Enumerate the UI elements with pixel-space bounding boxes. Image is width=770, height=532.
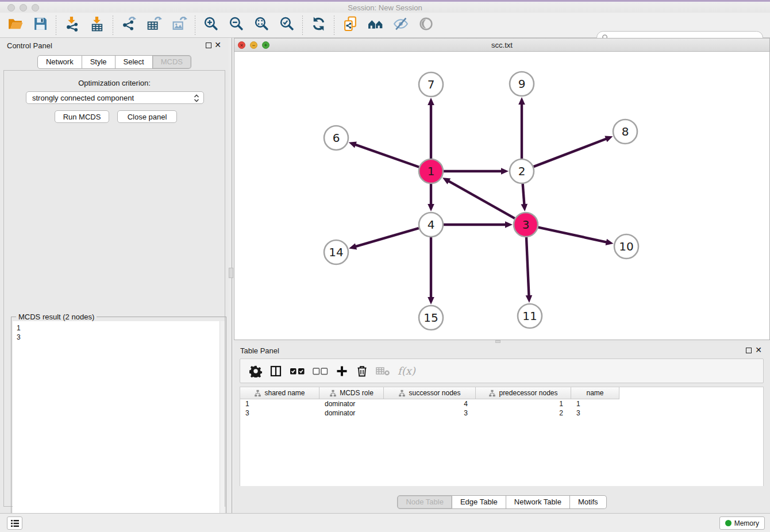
- table-cell: dominator: [319, 399, 384, 408]
- column-header-predecessor-nodes[interactable]: predecessor nodes: [476, 387, 571, 399]
- table-row[interactable]: 3dominator323: [240, 408, 763, 418]
- import-network-button[interactable]: [61, 15, 82, 36]
- control-panel: Control Panel ✕ NetworkStyleSelectMCDS O…: [0, 38, 229, 513]
- toolbar-separator: [334, 16, 334, 35]
- zoom-out-button[interactable]: [226, 15, 247, 36]
- toolbar-group: [61, 15, 107, 36]
- import-network-icon: [64, 16, 80, 34]
- clone-network-button[interactable]: [340, 15, 360, 36]
- panel-splitter-vertical[interactable]: [229, 38, 234, 513]
- column-header-successor-nodes[interactable]: successor nodes: [384, 387, 476, 399]
- graph-edge-3-10[interactable]: [538, 228, 613, 245]
- toolbar-separator: [113, 16, 113, 35]
- table-row[interactable]: 1dominator411: [240, 399, 763, 408]
- control-panel-float-icon[interactable]: [206, 43, 211, 48]
- tab-network[interactable]: Network: [37, 55, 82, 69]
- task-history-button[interactable]: [7, 516, 22, 530]
- graph-edge-1-7[interactable]: [428, 98, 434, 159]
- import-table-button[interactable]: [87, 15, 107, 36]
- graph-edge-1-2[interactable]: [444, 168, 509, 175]
- graph-edge-4-14[interactable]: [349, 228, 419, 249]
- export-network-button[interactable]: [118, 15, 139, 36]
- graph-edge-2-3[interactable]: [521, 184, 528, 211]
- control-panel-close-icon[interactable]: ✕: [214, 40, 221, 49]
- table-cell: 1: [240, 399, 319, 408]
- add-icon: [336, 365, 348, 377]
- svg-text:6: 6: [333, 131, 340, 145]
- table-panel-close-icon[interactable]: ✕: [755, 345, 762, 354]
- tab-mcds[interactable]: MCDS: [153, 55, 191, 69]
- table-cell: 3: [384, 408, 476, 418]
- graph-node-8[interactable]: 8: [613, 119, 637, 144]
- network-view-titlebar[interactable]: × − + scc.txt: [234, 38, 769, 52]
- show-graphics-icon: [418, 16, 434, 34]
- first-neighbors-button[interactable]: [365, 15, 386, 36]
- graph-node-11[interactable]: 11: [518, 304, 542, 328]
- graph-node-2[interactable]: 2: [510, 159, 534, 183]
- memory-label: Memory: [734, 519, 759, 527]
- graph-node-3[interactable]: 3: [514, 213, 538, 237]
- close-panel-button[interactable]: Close panel: [117, 110, 177, 123]
- zoom-fit-button[interactable]: [251, 15, 272, 36]
- tab-edge-table[interactable]: Edge Table: [452, 495, 506, 509]
- graph-node-14[interactable]: 14: [324, 240, 348, 264]
- run-mcds-button[interactable]: Run MCDS: [55, 110, 109, 123]
- graph-node-7[interactable]: 7: [419, 72, 443, 97]
- gear-button[interactable]: [249, 363, 262, 379]
- hide-graphics-button[interactable]: [390, 15, 411, 36]
- network-graph[interactable]: 7968124314101511: [234, 52, 769, 340]
- delete-icon: [356, 365, 368, 377]
- export-table-button[interactable]: [144, 15, 164, 36]
- graph-edge-4-3[interactable]: [444, 221, 513, 228]
- graph-edge-3-1[interactable]: [442, 178, 515, 218]
- table-panel-float-icon[interactable]: [746, 348, 752, 353]
- select-all-button[interactable]: [290, 363, 305, 379]
- export-image-button[interactable]: [169, 15, 190, 36]
- svg-text:3: 3: [522, 218, 530, 232]
- graph-edge-4-15[interactable]: [428, 237, 434, 304]
- graph-node-1[interactable]: 1: [419, 159, 443, 183]
- tab-node-table[interactable]: Node Table: [397, 495, 452, 509]
- graph-edge-1-6[interactable]: [349, 141, 419, 167]
- column-header-MCDS-role[interactable]: MCDS role: [319, 387, 384, 399]
- status-bar: Memory: [0, 513, 770, 532]
- open-file-button[interactable]: [5, 15, 25, 36]
- refresh-icon: [311, 16, 326, 34]
- graph-node-10[interactable]: 10: [614, 234, 638, 259]
- column-header-shared-name[interactable]: shared name: [240, 387, 319, 399]
- optimization-criterion-select[interactable]: strongly connected component: [26, 91, 204, 104]
- memory-button[interactable]: Memory: [719, 516, 765, 530]
- show-graphics-button[interactable]: [415, 15, 436, 36]
- mcds-result-title: MCDS result (2 nodes): [16, 313, 97, 321]
- tab-network-table[interactable]: Network Table: [506, 495, 570, 509]
- window-titlebar: Session: New Session: [0, 0, 770, 13]
- svg-text:7: 7: [428, 78, 435, 91]
- delete-button[interactable]: [356, 363, 368, 379]
- tab-select[interactable]: Select: [116, 55, 153, 69]
- zoom-selected-button[interactable]: [276, 15, 297, 36]
- graph-node-15[interactable]: 15: [419, 306, 443, 330]
- network-view-window: × − + scc.txt 7968124314101511: [234, 38, 770, 340]
- refresh-button[interactable]: [308, 15, 329, 36]
- deselect-all-button[interactable]: [313, 363, 328, 379]
- mcds-result-text[interactable]: 1 3: [13, 321, 220, 532]
- graph-node-6[interactable]: 6: [324, 126, 348, 150]
- column-header-name[interactable]: name: [571, 387, 619, 399]
- zoom-in-button[interactable]: [201, 15, 221, 36]
- graph-edge-2-9[interactable]: [518, 97, 525, 159]
- tab-style[interactable]: Style: [82, 55, 116, 69]
- tab-motifs[interactable]: Motifs: [570, 495, 607, 509]
- graph-edge-1-4[interactable]: [428, 184, 434, 211]
- svg-text:15: 15: [424, 311, 438, 325]
- result-scrollbar[interactable]: [220, 321, 225, 532]
- window-title: Session: New Session: [0, 3, 770, 12]
- splitter-handle[interactable]: [229, 268, 233, 278]
- graph-edge-2-8[interactable]: [534, 136, 613, 167]
- graph-edge-3-11[interactable]: [526, 237, 533, 303]
- add-button[interactable]: [336, 363, 348, 379]
- graph-node-4[interactable]: 4: [419, 213, 443, 237]
- graph-node-9[interactable]: 9: [510, 72, 534, 96]
- export-image-icon: [172, 16, 187, 34]
- columns-button[interactable]: [270, 363, 282, 379]
- save-session-button[interactable]: [30, 15, 51, 36]
